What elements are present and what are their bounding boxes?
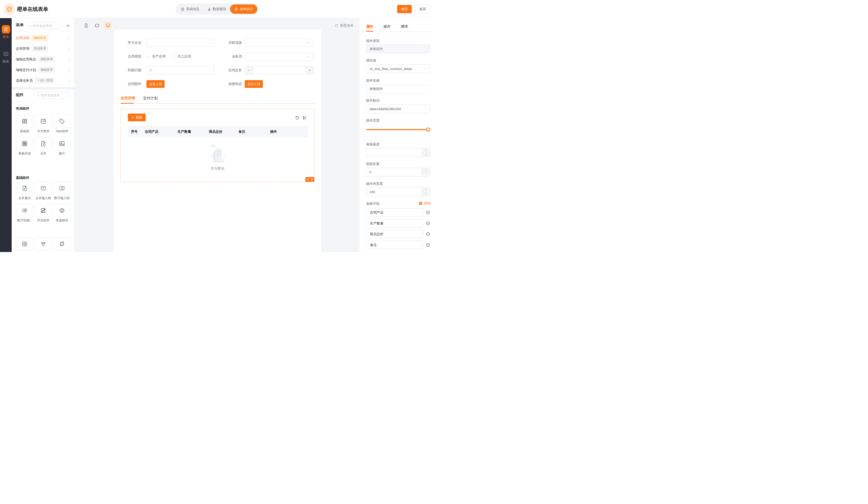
- minus-circle-icon[interactable]: [426, 210, 430, 215]
- reset-form-button[interactable]: 重置表单: [335, 23, 353, 28]
- form-name: 合同详情: [16, 36, 29, 40]
- spinner-up-button[interactable]: [422, 188, 430, 192]
- total-price-stepper: [245, 66, 314, 74]
- kebab-menu-icon[interactable]: [68, 36, 71, 40]
- form-list-icon: [234, 7, 238, 11]
- party-select[interactable]: [146, 39, 214, 47]
- form-list-item[interactable]: 合同详情 编辑表单: [12, 33, 74, 43]
- kebab-menu-icon[interactable]: [68, 47, 71, 50]
- tab-data-model[interactable]: 数据模型: [204, 4, 230, 14]
- slider-handle[interactable]: [426, 127, 430, 132]
- radio-production-contract[interactable]: 生产合同: [146, 54, 166, 59]
- components-search-input[interactable]: [41, 94, 68, 97]
- component-card-tabs[interactable]: [54, 115, 70, 128]
- minus-circle-icon[interactable]: [426, 243, 430, 247]
- text-input-icon: [40, 185, 46, 192]
- spinner-down-button[interactable]: [422, 172, 430, 177]
- attachment-upload-button[interactable]: 点击上传: [146, 80, 165, 88]
- tab-form-design[interactable]: 表单设计: [230, 4, 257, 14]
- form-type-badge: 编辑表单: [32, 35, 48, 41]
- panel-tab-attributes[interactable]: 属性: [366, 24, 373, 29]
- bar-chart-icon: [207, 7, 211, 11]
- field-label-attachment: 合同附件: [121, 80, 141, 88]
- component-card-card[interactable]: [35, 115, 52, 128]
- component-card-cascader[interactable]: [54, 237, 70, 251]
- table-field-item[interactable]: 备注: [366, 240, 423, 249]
- form-list-item[interactable]: 编辑合同商品 编辑表单: [12, 54, 74, 64]
- add-form-icon[interactable]: [66, 23, 70, 28]
- component-card-switch[interactable]: [35, 204, 52, 217]
- form-list-item[interactable]: 选择业务员 一对一查询: [12, 75, 74, 86]
- device-desktop-button[interactable]: [104, 22, 112, 29]
- refresh-icon[interactable]: [295, 116, 299, 120]
- kebab-menu-icon[interactable]: [68, 68, 71, 72]
- form-list-item[interactable]: 编辑交付计划 编辑表单: [12, 64, 74, 75]
- stepper-decrease-button[interactable]: [245, 66, 253, 74]
- chevron-down-icon: [307, 55, 310, 58]
- panel-tab-actions[interactable]: 操作: [383, 24, 391, 29]
- table-new-button[interactable]: 新建: [128, 114, 146, 121]
- total-price-input[interactable]: [253, 66, 306, 74]
- table-field-item[interactable]: 商品总价: [366, 230, 423, 238]
- component-id-input[interactable]: [366, 104, 430, 113]
- table-column-header: 生产数量: [178, 126, 191, 137]
- tab-basic-info[interactable]: 基础信息: [177, 4, 204, 14]
- kebab-menu-icon[interactable]: [68, 79, 71, 82]
- component-card-image[interactable]: [54, 137, 70, 150]
- design-canvas: 重置表单 甲方企业 关联选择 合同类型 生产合同 代工合同: [75, 18, 359, 252]
- add-field-button[interactable]: 添加: [419, 201, 431, 206]
- spinner-up-button[interactable]: [422, 168, 430, 172]
- table-field-item[interactable]: 合同产品: [366, 208, 423, 217]
- device-phone-button[interactable]: [82, 22, 90, 29]
- kebab-menu-icon[interactable]: [68, 58, 71, 61]
- forms-search-input[interactable]: [33, 24, 59, 28]
- table-field-item[interactable]: 生产数量: [366, 219, 423, 228]
- panel-tab-scripts[interactable]: 脚本: [401, 24, 408, 29]
- relation-select[interactable]: [245, 39, 313, 47]
- field-label-party: 甲方企业: [121, 39, 141, 47]
- op-col-width-input[interactable]: [366, 187, 430, 196]
- form-list-item[interactable]: 合同管理 查询表单: [12, 43, 74, 54]
- device-tablet-button[interactable]: [93, 22, 101, 29]
- due-date-picker[interactable]: [146, 66, 214, 74]
- minus-circle-icon[interactable]: [426, 221, 430, 226]
- stepper-increase-button[interactable]: [306, 66, 313, 74]
- component-card-basic-block[interactable]: [16, 115, 33, 128]
- component-card-table-container[interactable]: [16, 137, 33, 150]
- spinner-down-button[interactable]: [422, 192, 430, 196]
- component-card-text-display[interactable]: [16, 182, 33, 195]
- radio-label: 代工合同: [178, 54, 191, 59]
- nda-upload-button[interactable]: 点击上传: [245, 80, 263, 88]
- save-button[interactable]: 保存: [397, 5, 412, 13]
- component-name-input[interactable]: [366, 84, 430, 93]
- component-card-text-input[interactable]: [35, 182, 52, 195]
- component-card-number-input[interactable]: [54, 182, 70, 195]
- copy-icon[interactable]: [307, 178, 309, 181]
- minus-circle-icon[interactable]: [426, 232, 430, 236]
- spinner-down-button[interactable]: [422, 153, 430, 157]
- numbered-list-icon: [21, 207, 28, 214]
- bind-table-select[interactable]: zz_test_flow_contract_detail: [366, 64, 430, 73]
- rail-item-forms[interactable]: 表单: [0, 25, 12, 39]
- bottom-gap-input[interactable]: [366, 168, 430, 177]
- component-card-radio[interactable]: [54, 204, 70, 217]
- component-card-checkbox[interactable]: [16, 237, 33, 251]
- tab-delivery-plan[interactable]: 交付计划: [143, 96, 158, 101]
- trash-icon[interactable]: [311, 178, 313, 181]
- radio-oem-contract[interactable]: 代工合同: [172, 54, 191, 59]
- spinner-up-button[interactable]: [422, 148, 430, 153]
- component-card-text[interactable]: [35, 137, 52, 150]
- tab-contract-detail[interactable]: 合同详情: [121, 96, 135, 101]
- rail-item-data[interactable]: 数据: [0, 50, 12, 64]
- component-card-select[interactable]: [35, 237, 52, 251]
- salesman-select[interactable]: [245, 52, 313, 61]
- basic-components-grid-overflow: [16, 237, 70, 251]
- component-card-number-range[interactable]: [16, 204, 33, 217]
- row-height-icon[interactable]: [302, 116, 307, 120]
- table-height-input[interactable]: [366, 148, 430, 157]
- selected-table-component[interactable]: 新建 序号 合同产品 生产数量 商品总价 备注: [121, 109, 315, 182]
- form-name: 选择业务员: [16, 78, 33, 83]
- form-type-badge: 查询表单: [32, 45, 48, 52]
- component-width-slider[interactable]: [366, 127, 430, 132]
- back-button[interactable]: 返回: [415, 5, 430, 13]
